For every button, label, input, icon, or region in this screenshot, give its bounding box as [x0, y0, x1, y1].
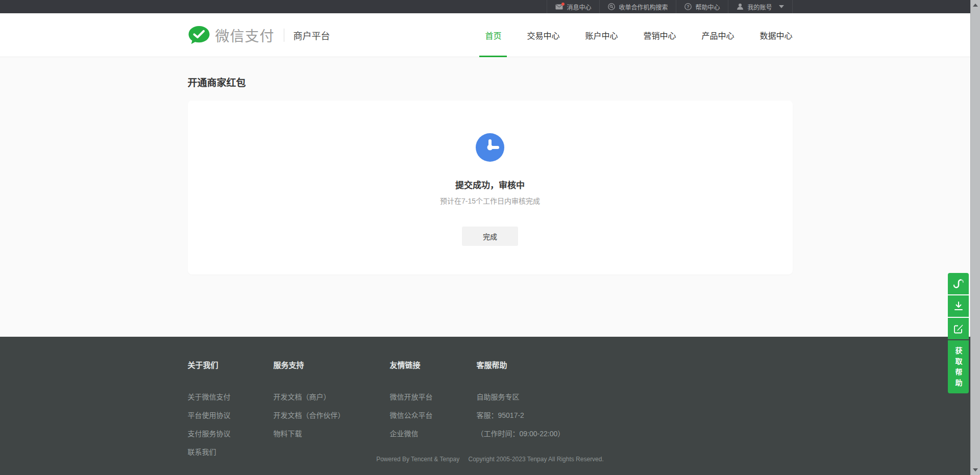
- download-button[interactable]: [948, 295, 969, 317]
- download-icon: [953, 301, 964, 311]
- topbar-item-label: 消息中心: [567, 3, 591, 11]
- service-phone: 客服：95017-2: [477, 410, 793, 420]
- logo-text: 微信支付: [215, 25, 275, 45]
- mail-icon: [555, 4, 563, 10]
- footer-link[interactable]: 微信开放平台: [390, 391, 477, 402]
- wechat-bubble-icon: [188, 25, 210, 45]
- page-title: 开通商家红包: [188, 57, 793, 89]
- footer-link[interactable]: 企业微信: [390, 428, 477, 438]
- header: 微信支付 商户平台 首页 交易中心 账户中心 营销中心 产品中心 数据中心: [0, 13, 980, 57]
- search-icon: [608, 3, 615, 10]
- svg-text:?: ?: [687, 4, 690, 9]
- copyright: Powered By Tencent & Tenpay Copyright 20…: [0, 456, 980, 463]
- mini-program-button[interactable]: [948, 273, 969, 294]
- footer-heading: 服务支持: [274, 359, 390, 370]
- topbar-item-label: 帮助中心: [695, 3, 720, 11]
- topbar: 消息中心 收单合作机构搜索 ? 帮助中心 我的账号: [0, 0, 980, 13]
- footer-link[interactable]: 开发文档（商户）: [274, 391, 390, 402]
- topbar-item-label: 收单合作机构搜索: [619, 3, 668, 11]
- footer-column-links: 友情链接 微信开放平台 微信公众平台 企业微信: [390, 359, 477, 457]
- mini-program-icon: [953, 278, 964, 289]
- topbar-item-messages[interactable]: 消息中心: [547, 0, 599, 13]
- footer-link[interactable]: 物料下载: [274, 428, 390, 438]
- footer-link[interactable]: 平台使用协议: [188, 410, 274, 420]
- chevron-down-icon: [779, 5, 784, 8]
- feedback-button[interactable]: [948, 318, 969, 339]
- tab-transaction-center[interactable]: 交易中心: [527, 13, 559, 57]
- footer-link[interactable]: 开发文档（合作伙伴）: [274, 410, 390, 420]
- topbar-item-my-account[interactable]: 我的账号: [728, 0, 792, 13]
- footer-link[interactable]: 联系我们: [188, 446, 274, 457]
- scrollbar[interactable]: [970, 0, 980, 475]
- status-title: 提交成功，审核中: [188, 178, 793, 191]
- tab-home[interactable]: 首页: [485, 13, 501, 57]
- tab-product-center[interactable]: 产品中心: [701, 13, 734, 57]
- brand-divider: [284, 29, 284, 42]
- service-hours: （工作时间：09:00-22:00）: [477, 428, 793, 438]
- help-icon: ?: [684, 3, 692, 10]
- user-icon: [737, 3, 744, 10]
- status-card: 提交成功，审核中 预计在7-15个工作日内审核完成 完成: [188, 101, 793, 274]
- footer-column-about: 关于我们 关于微信支付 平台使用协议 支付服务协议 联系我们: [188, 359, 274, 457]
- tab-marketing-center[interactable]: 营销中心: [643, 13, 676, 57]
- get-help-button[interactable]: 获取帮助: [948, 340, 969, 393]
- footer-heading: 友情链接: [390, 359, 477, 370]
- tab-data-center[interactable]: 数据中心: [760, 13, 792, 57]
- notification-dot: [561, 3, 565, 6]
- clock-pending-icon: [476, 133, 504, 162]
- scrollbar-down-arrow-icon[interactable]: [973, 468, 978, 471]
- scrollbar-up-arrow-icon[interactable]: [973, 4, 978, 7]
- topbar-item-help-center[interactable]: ? 帮助中心: [676, 0, 728, 13]
- footer-heading: 关于我们: [188, 359, 274, 370]
- footer-column-support: 服务支持 开发文档（商户） 开发文档（合作伙伴） 物料下载: [274, 359, 390, 457]
- copyright-powered: Powered By Tencent & Tenpay: [376, 456, 459, 463]
- status-description: 预计在7-15个工作日内审核完成: [188, 195, 793, 206]
- topbar-item-label: 我的账号: [747, 3, 772, 11]
- wechat-pay-logo[interactable]: 微信支付 商户平台: [188, 25, 330, 45]
- topbar-item-acquirer-search[interactable]: 收单合作机构搜索: [599, 0, 676, 13]
- footer-link[interactable]: 自助服务专区: [477, 391, 793, 402]
- portal-label: 商户平台: [293, 29, 330, 42]
- footer-link[interactable]: 支付服务协议: [188, 428, 274, 438]
- footer-heading: 客服帮助: [477, 359, 793, 370]
- main-content: 开通商家红包 提交成功，审核中 预计在7-15个工作日内审核完成 完成: [0, 57, 980, 337]
- tab-account-center[interactable]: 账户中心: [585, 13, 618, 57]
- main-nav: 首页 交易中心 账户中心 营销中心 产品中心 数据中心: [485, 13, 792, 57]
- feedback-edit-icon: [953, 323, 964, 334]
- copyright-rights: Copyright 2005-2023 Tenpay All Rights Re…: [469, 456, 604, 463]
- footer-column-service: 客服帮助 自助服务专区 客服：95017-2 （工作时间：09:00-22:00…: [477, 359, 793, 457]
- done-button[interactable]: 完成: [462, 227, 518, 246]
- floating-toolbar: 获取帮助: [948, 273, 969, 393]
- footer: 关于我们 关于微信支付 平台使用协议 支付服务协议 联系我们 服务支持 开发文档…: [0, 337, 980, 475]
- footer-link[interactable]: 关于微信支付: [188, 391, 274, 402]
- footer-link[interactable]: 微信公众平台: [390, 410, 477, 420]
